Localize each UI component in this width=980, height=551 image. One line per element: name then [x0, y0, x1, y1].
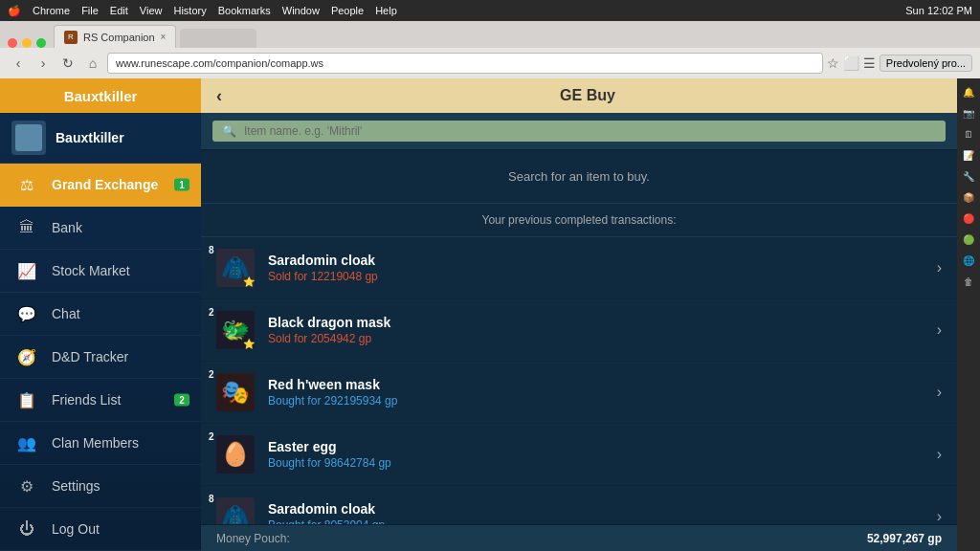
star-icon[interactable]: ☆ [827, 55, 839, 71]
sidebar-item-bank[interactable]: 🏛 Bank [0, 207, 201, 250]
browser-toolbar: ‹ › ↻ ⌂ www.runescape.com/companion/coma… [0, 48, 980, 78]
sidebar-item-stock-market[interactable]: 📈 Stock Market [0, 250, 201, 293]
menu-people[interactable]: People [331, 5, 364, 16]
mac-topbar-right: Sun 12:02 PM [905, 5, 972, 16]
close-button[interactable] [8, 38, 17, 48]
table-row[interactable]: 8 🧥 ⭐ Saradomin cloak Sold for 12219048 … [201, 237, 957, 299]
mac-sidebar-icon-3[interactable]: 🗓 [959, 124, 978, 143]
traffic-lights [8, 38, 46, 48]
maximize-button[interactable] [36, 38, 46, 48]
menu-edit[interactable]: Edit [110, 5, 128, 16]
apple-menu[interactable]: 🍎 [8, 5, 21, 17]
item-details: Saradomin cloak Bought for 8053904 gp [268, 501, 937, 524]
mac-sidebar-icon-8[interactable]: 🟢 [959, 230, 978, 249]
item-icon: 🐲 ⭐ [216, 311, 255, 349]
item-price: Bought for 292195934 gp [268, 394, 937, 408]
table-row[interactable]: 2 🥚 Easter egg Bought for 98642784 gp › [201, 424, 957, 486]
menu-history[interactable]: History [173, 5, 206, 16]
item-details: Black dragon mask Sold for 2054942 gp [268, 315, 937, 345]
item-price: Sold for 12219048 gp [268, 270, 937, 283]
item-name: Easter egg [268, 439, 937, 454]
sidebar-item-clan-members[interactable]: 👥 Clan Members [0, 422, 201, 465]
table-row[interactable]: 8 🧥 ⭐ Saradomin cloak Bought for 8053904… [201, 486, 957, 524]
chevron-right-icon: › [937, 446, 942, 463]
table-row[interactable]: 2 🐲 ⭐ Black dragon mask Sold for 2054942… [201, 299, 957, 362]
table-row[interactable]: 2 🎭 Red h'ween mask Bought for 292195934… [201, 362, 957, 424]
item-details: Saradomin cloak Sold for 12219048 gp [268, 253, 937, 283]
menu-bookmarks[interactable]: Bookmarks [218, 5, 271, 16]
chat-icon: 💬 [15, 302, 38, 325]
toolbar-icons: ☆ ⬜ ☰ [827, 55, 876, 71]
minimize-button[interactable] [22, 38, 32, 48]
search-icon: 🔍 [222, 124, 236, 138]
reload-button[interactable]: ↻ [57, 53, 78, 74]
friends-list-icon: 📋 [15, 388, 38, 411]
mac-sidebar-icon-10[interactable]: 🗑 [959, 272, 978, 291]
menu-view[interactable]: View [140, 5, 163, 16]
menu-file[interactable]: File [81, 5, 99, 16]
mac-time: Sun 12:02 PM [905, 5, 972, 16]
sidebar-item-log-out[interactable]: ⏻ Log Out [0, 508, 201, 551]
sidebar-item-friends-list[interactable]: 📋 Friends List 2 [0, 379, 201, 422]
content-area: Search for an item to buy. Your previous… [201, 150, 957, 524]
screen-icon[interactable]: ⬜ [843, 55, 859, 71]
mac-sidebar-icon-6[interactable]: 📦 [959, 187, 978, 207]
home-button[interactable]: ⌂ [82, 53, 103, 74]
mac-topbar: 🍎 Chrome File Edit View History Bookmark… [0, 0, 980, 21]
item-quantity: 8 [209, 245, 214, 255]
browser-tab-rs[interactable]: R RS Companion × [54, 25, 176, 48]
tab-favicon: R [64, 31, 78, 44]
sidebar-item-label: Clan Members [52, 435, 139, 451]
menu-icon[interactable]: ☰ [863, 55, 876, 71]
stock-market-icon: 📈 [15, 259, 38, 282]
mac-sidebar-icon-7[interactable]: 🔴 [959, 209, 978, 228]
avatar-image [15, 124, 42, 151]
tab-close-icon[interactable]: × [161, 32, 167, 42]
item-name: Saradomin cloak [268, 501, 937, 517]
menu-help[interactable]: Help [375, 5, 397, 16]
sidebar-item-label: D&D Tracker [52, 349, 128, 364]
profile-button[interactable]: Predvolený pro... [880, 55, 972, 72]
grand-exchange-icon: ⚖ [15, 173, 38, 196]
sidebar-user-area: Bauxtkiller [0, 113, 201, 164]
display-username: Bauxtkiller [56, 130, 124, 145]
sidebar-item-label: Bank [52, 220, 82, 235]
chevron-right-icon: › [937, 508, 942, 524]
search-input[interactable] [244, 124, 936, 138]
sidebar-item-label: Settings [52, 478, 100, 494]
sidebar-item-chat[interactable]: 💬 Chat [0, 293, 201, 336]
sidebar-item-dd-tracker[interactable]: 🧭 D&D Tracker [0, 336, 201, 379]
sidebar-item-settings[interactable]: ⚙ Settings [0, 465, 201, 508]
logout-icon: ⏻ [15, 518, 38, 540]
chevron-right-icon: › [937, 321, 942, 339]
sidebar-item-grand-exchange[interactable]: ⚖ Grand Exchange 1 [0, 164, 201, 207]
url-text: www.runescape.com/companion/comapp.ws [116, 57, 323, 69]
back-nav-button[interactable]: ‹ [216, 86, 222, 106]
back-button[interactable]: ‹ [8, 53, 29, 74]
menu-window[interactable]: Window [282, 5, 320, 16]
item-quantity: 2 [209, 369, 214, 380]
search-prompt: Search for an item to buy. [201, 150, 957, 204]
settings-icon: ⚙ [15, 474, 38, 497]
item-icon: 🥚 [216, 435, 255, 474]
bank-icon: 🏛 [15, 216, 38, 239]
mac-sidebar-icon-5[interactable]: 🔧 [959, 166, 978, 186]
browser-tabs: R RS Companion × [0, 21, 980, 48]
item-quantity: 2 [209, 307, 214, 318]
mac-sidebar-icon-4[interactable]: 📝 [959, 145, 978, 165]
sidebar-item-label: Log Out [52, 521, 100, 537]
mac-sidebar-icon-1[interactable]: 🔔 [959, 82, 978, 101]
item-name: Black dragon mask [268, 315, 937, 330]
sidebar-item-label: Grand Exchange [52, 177, 158, 192]
mac-sidebar-icon-2[interactable]: 📷 [959, 103, 978, 122]
forward-button[interactable]: › [33, 53, 54, 74]
grand-exchange-badge: 1 [174, 179, 189, 191]
tab-title: RS Companion [83, 32, 155, 43]
sidebar-item-label: Stock Market [52, 263, 130, 278]
transactions-label: Your previous completed transactions: [201, 204, 957, 237]
address-bar[interactable]: www.runescape.com/companion/comapp.ws [107, 53, 823, 74]
mac-sidebar-icon-9[interactable]: 🌐 [959, 251, 978, 270]
sidebar-item-label: Friends List [52, 392, 121, 408]
item-icon: 🎭 [216, 373, 255, 411]
item-details: Easter egg Bought for 98642784 gp [268, 439, 937, 470]
